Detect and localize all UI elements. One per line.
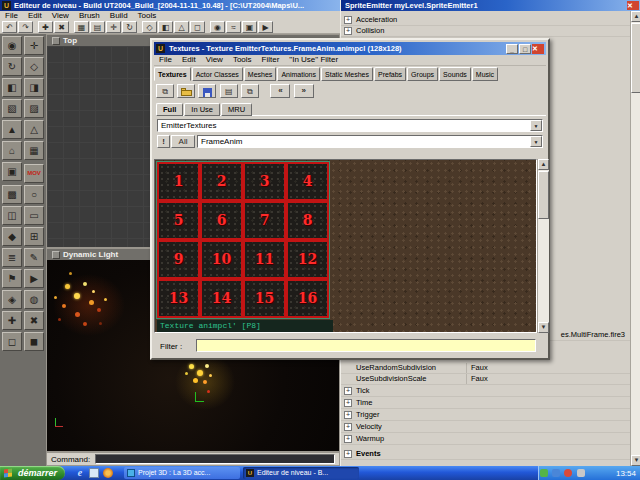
expand-icon[interactable]: + (344, 423, 352, 431)
properties-icon[interactable]: ▤ (220, 84, 238, 98)
palette-rect-icon[interactable]: ▭ (24, 206, 44, 225)
tex-menu-edit[interactable]: Edit (177, 55, 201, 65)
viewport-menu-icon[interactable] (52, 37, 60, 45)
frame-cell[interactable]: 14 (200, 279, 243, 318)
chevron-down-icon[interactable]: ▼ (530, 136, 542, 147)
texture-canvas[interactable]: 1 2 3 4 5 6 7 8 9 10 11 12 13 14 15 16 T… (154, 159, 537, 333)
save-icon[interactable] (198, 84, 216, 98)
palette-sphere-icon[interactable]: ◍ (24, 290, 44, 309)
tab-prefabs[interactable]: Prefabs (374, 67, 406, 81)
palette-filled-box-icon[interactable]: ◼ (24, 332, 44, 351)
expand-icon[interactable]: + (344, 27, 352, 35)
frame-cell[interactable]: 6 (200, 201, 243, 240)
delete-icon[interactable]: ✖ (54, 21, 69, 33)
scale-icon[interactable]: ◇ (142, 21, 157, 33)
taskbar-task-1[interactable]: Projet 3D : La 3D acc... (124, 467, 240, 479)
frame-cell[interactable]: 8 (286, 201, 329, 240)
group-select[interactable]: FrameAnim ▼ (197, 135, 543, 148)
texture-scrollbar[interactable]: ▲ ▼ (537, 159, 549, 333)
scroll-up-icon[interactable]: ▲ (538, 159, 549, 170)
main-titlebar[interactable]: U Editeur de niveau - Build UT2004_Build… (0, 0, 340, 11)
palette-move-icon[interactable]: ✛ (24, 36, 44, 55)
palette-solid-tri-icon[interactable]: ▲ (2, 120, 22, 139)
palette-diamond-icon[interactable]: ◆ (2, 227, 22, 246)
property-scrollbar[interactable]: ▲ ▼ (630, 11, 640, 466)
palette-clip-right-icon[interactable]: ◨ (24, 78, 44, 97)
property-category-row[interactable]: + Time (341, 398, 630, 409)
property-category-row[interactable]: + Velocity (341, 422, 630, 433)
palette-wire-tri-icon[interactable]: △ (24, 120, 44, 139)
show-desktop-icon[interactable] (89, 468, 99, 478)
scroll-down-icon[interactable]: ▼ (538, 322, 549, 333)
copy-icon[interactable]: ⧉ (241, 84, 259, 98)
list-icon[interactable]: ▤ (90, 21, 105, 33)
sheet-icon[interactable]: ▣ (242, 21, 257, 33)
property-category-row[interactable]: + Trigger (341, 410, 630, 421)
volume-icon[interactable] (577, 469, 585, 477)
menu-file[interactable]: File (0, 11, 23, 21)
frame-cell[interactable]: 2 (200, 162, 243, 201)
next-group-icon[interactable]: » (294, 84, 314, 98)
expand-icon[interactable]: + (344, 399, 352, 407)
start-button[interactable]: démarrer (0, 466, 65, 480)
camera-icon[interactable]: ◉ (210, 21, 225, 33)
undo-icon[interactable]: ↶ (2, 21, 17, 33)
palette-clip-left-icon[interactable]: ◧ (2, 78, 22, 97)
property-row[interactable]: + Collision (341, 26, 630, 37)
shield-icon[interactable] (540, 469, 548, 477)
palette-panel-icon[interactable]: ▣ (2, 162, 22, 181)
expand-icon[interactable]: + (344, 435, 352, 443)
subtab-in-use[interactable]: In Use (184, 103, 220, 116)
frame-cell[interactable]: 12 (286, 240, 329, 279)
frame-cell[interactable]: 13 (157, 279, 200, 318)
tab-textures[interactable]: Textures (154, 67, 191, 81)
frame-cell[interactable]: 9 (157, 240, 200, 279)
minimize-icon[interactable]: _ (506, 44, 518, 54)
expand-icon[interactable]: + (344, 16, 352, 24)
add-icon[interactable]: ✚ (38, 21, 53, 33)
frame-cell[interactable]: 4 (286, 162, 329, 201)
frame-cell[interactable]: 5 (157, 201, 200, 240)
media-player-icon[interactable] (103, 468, 113, 478)
palette-shade-icon[interactable]: ▧ (2, 99, 22, 118)
palette-hatch-icon[interactable]: ▨ (24, 99, 44, 118)
palette-gem-icon[interactable]: ◈ (2, 290, 22, 309)
taskbar-task-2-active[interactable]: U Editeur de niveau - B... (243, 467, 359, 479)
palette-add-box-icon[interactable]: ⊞ (24, 227, 44, 246)
expand-icon[interactable]: + (344, 411, 352, 419)
chevron-down-icon[interactable]: ▼ (530, 120, 542, 131)
tab-sounds[interactable]: Sounds (439, 67, 471, 81)
scroll-up-icon[interactable]: ▲ (631, 11, 640, 22)
palette-flag-icon[interactable]: ⚑ (2, 269, 22, 288)
filter-input[interactable] (196, 339, 536, 352)
dock-icon[interactable]: ⧉ (156, 84, 174, 98)
palette-grid-icon[interactable]: ▦ (24, 141, 44, 160)
menu-build[interactable]: Build (105, 11, 133, 21)
command-input[interactable] (95, 454, 335, 464)
palette-plus-icon[interactable]: ✚ (2, 311, 22, 330)
menu-brush[interactable]: Brush (74, 11, 105, 21)
menu-tools[interactable]: Tools (133, 11, 162, 21)
close-icon[interactable]: ✕ (627, 1, 639, 10)
tex-menu-file[interactable]: File (154, 55, 177, 65)
scrollbar-thumb[interactable] (631, 23, 640, 93)
clip-icon[interactable]: ◧ (158, 21, 173, 33)
close-icon[interactable]: ✕ (532, 44, 544, 54)
open-folder-icon[interactable] (177, 84, 195, 98)
redo-icon[interactable]: ↷ (18, 21, 33, 33)
menu-view[interactable]: View (47, 11, 74, 21)
box-icon[interactable]: ◻ (190, 21, 205, 33)
tab-animations[interactable]: Animations (277, 67, 320, 81)
grid-icon[interactable]: ▦ (74, 21, 89, 33)
palette-pencil-icon[interactable]: ✎ (24, 248, 44, 267)
package-select[interactable]: EmitterTextures ▼ (157, 119, 543, 132)
bang-filter-button[interactable]: ! (157, 135, 170, 148)
tab-groups[interactable]: Groups (407, 67, 438, 81)
property-row[interactable]: UseSubdivisionScale Faux (341, 374, 630, 385)
expand-icon[interactable]: + (344, 387, 352, 395)
palette-play-icon[interactable]: ▶ (24, 269, 44, 288)
expand-icon[interactable]: + (344, 450, 352, 458)
palette-circle-icon[interactable]: ○ (24, 185, 44, 204)
textures-titlebar[interactable]: U Textures - Texture EmitterTextures.Fra… (154, 42, 546, 55)
viewport-menu-icon[interactable] (52, 251, 60, 259)
